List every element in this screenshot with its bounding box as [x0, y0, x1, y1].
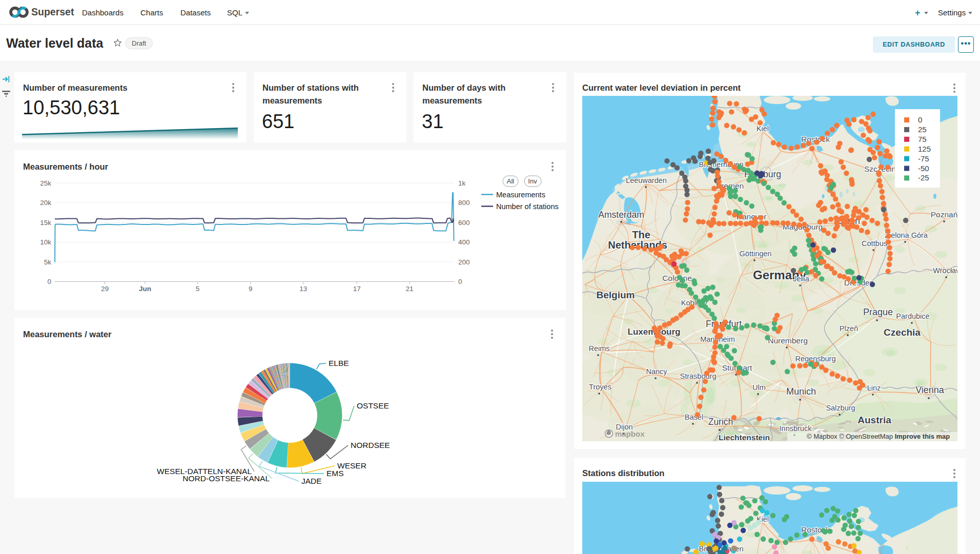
svg-text:Austria: Austria	[858, 415, 891, 425]
svg-text:0: 0	[458, 278, 462, 285]
svg-text:Regensburg: Regensburg	[795, 355, 836, 363]
svg-text:200: 200	[458, 258, 470, 266]
svg-text:25k: 25k	[40, 179, 51, 187]
svg-text:Inv: Inv	[528, 177, 537, 185]
svg-text:Ulm: Ulm	[752, 383, 766, 392]
svg-text:© Mapbox © OpenStreetMap Impro: © Mapbox © OpenStreetMap Improve this ma…	[807, 433, 950, 440]
svg-text:21: 21	[405, 285, 413, 293]
svg-text:Göttingen: Göttingen	[740, 250, 772, 258]
svg-text:Nuremberg: Nuremberg	[768, 336, 808, 345]
svg-text:13: 13	[299, 285, 307, 293]
svg-text:Basel: Basel	[685, 413, 703, 421]
svg-text:Amsterdam: Amsterdam	[598, 210, 644, 220]
svg-text:Kiel: Kiel	[757, 125, 769, 133]
svg-text:Number of stations: Number of stations	[496, 202, 559, 211]
svg-text:Jun: Jun	[139, 285, 151, 293]
svg-text:10k: 10k	[40, 238, 51, 246]
svg-text:Cottbus: Cottbus	[862, 239, 887, 248]
svg-text:Salzburg: Salzburg	[826, 404, 855, 412]
svg-text:Czechia: Czechia	[884, 327, 921, 338]
svg-text:Zurich: Zurich	[708, 417, 733, 427]
svg-text:600: 600	[458, 219, 470, 227]
svg-text:Zielona Góra: Zielona Góra	[885, 231, 928, 239]
svg-text:Reims: Reims	[588, 344, 609, 353]
svg-text:mapbox: mapbox	[615, 429, 645, 438]
svg-text:1k: 1k	[458, 179, 466, 187]
svg-text:Troyes: Troyes	[589, 383, 611, 391]
svg-text:Pardubice: Pardubice	[896, 312, 929, 320]
svg-text:The: The	[632, 229, 650, 240]
svg-text:Nancy: Nancy	[646, 367, 667, 376]
svg-text:0: 0	[918, 115, 922, 124]
svg-text:20k: 20k	[40, 199, 51, 207]
svg-text:EMS: EMS	[326, 469, 344, 478]
svg-text:17: 17	[353, 285, 361, 293]
svg-text:Jena: Jena	[793, 275, 809, 283]
svg-text:Liechtenstein: Liechtenstein	[719, 433, 770, 441]
svg-text:15k: 15k	[40, 219, 51, 227]
svg-text:125: 125	[918, 145, 931, 153]
svg-text:-75: -75	[918, 154, 929, 163]
svg-text:-25: -25	[918, 173, 929, 182]
svg-text:29: 29	[101, 285, 109, 293]
svg-text:Plzeň: Plzeň	[840, 324, 858, 333]
svg-text:NORDSEE: NORDSEE	[351, 441, 390, 449]
svg-text:0: 0	[47, 278, 51, 285]
svg-text:Munich: Munich	[786, 386, 816, 397]
svg-text:75: 75	[918, 135, 927, 143]
svg-text:9: 9	[249, 285, 253, 293]
svg-text:ELBE: ELBE	[329, 359, 349, 367]
svg-text:400: 400	[458, 238, 470, 246]
svg-text:JADE: JADE	[301, 477, 322, 485]
svg-text:Leeuwarden: Leeuwarden	[626, 176, 667, 184]
svg-text:Prague: Prague	[863, 307, 893, 317]
svg-text:Wrocław: Wrocław	[933, 266, 957, 275]
svg-text:Poznań: Poznań	[931, 210, 957, 219]
svg-text:Innsbruck: Innsbruck	[780, 424, 812, 433]
svg-text:25: 25	[918, 125, 927, 134]
svg-text:Vienna: Vienna	[915, 385, 945, 395]
svg-text:800: 800	[458, 199, 470, 207]
svg-text:5k: 5k	[44, 258, 52, 266]
svg-text:Linz: Linz	[867, 384, 881, 392]
svg-text:All: All	[507, 177, 515, 185]
svg-text:Measurements: Measurements	[496, 191, 545, 199]
svg-text:5: 5	[196, 285, 200, 293]
svg-text:OSTSEE: OSTSEE	[357, 401, 389, 410]
svg-text:-50: -50	[918, 164, 929, 173]
svg-text:Strasbourg: Strasbourg	[680, 372, 717, 380]
svg-text:Belgium: Belgium	[597, 290, 635, 300]
svg-text:WESEL-DATTELN-KANAL: WESEL-DATTELN-KANAL	[157, 467, 252, 476]
